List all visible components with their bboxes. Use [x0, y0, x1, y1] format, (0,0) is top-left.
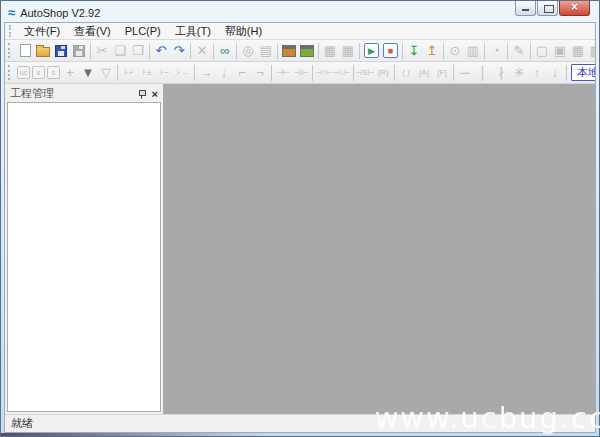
func-instruction-button: [F] — [433, 64, 451, 82]
contact-falling-button: ⊣↓⊢ — [333, 64, 351, 82]
coil-button: ( ) — [397, 64, 415, 82]
remote-monitor-button: ▥ — [464, 42, 482, 60]
window-title: AutoShop V2.92 — [20, 7, 100, 19]
stop-button[interactable]: ■ — [383, 43, 398, 58]
comm-monitor-button: ▦ — [321, 42, 339, 60]
line-down-button: ↓ — [215, 64, 233, 82]
contact-set-button: ⊣S⊢ — [356, 64, 374, 82]
toolbar-separator — [507, 43, 508, 59]
print-button: ▤ — [257, 42, 275, 60]
row-delete-button: ⊦− — [156, 64, 174, 82]
menu-view[interactable]: 查看(V) — [67, 23, 118, 39]
toolbar-separator — [318, 43, 319, 59]
ladder-view-button[interactable] — [280, 42, 298, 60]
project-panel: 工程管理 × — [5, 84, 163, 414]
down-insert-button[interactable]: ▼ — [79, 64, 97, 82]
window-controls — [514, 1, 590, 16]
project-panel-title: 工程管理 — [10, 86, 137, 101]
toolbar-separator — [90, 43, 91, 59]
download-button[interactable]: ↧ — [405, 42, 423, 60]
open-file-icon — [36, 47, 50, 57]
toolbar-grip — [8, 65, 12, 80]
title-bar: ≈ AutoShop V2.92 — [4, 1, 596, 22]
toolbar-separator — [213, 43, 214, 59]
toolbar-separator — [117, 65, 118, 81]
toolbar-separator — [271, 65, 272, 81]
toolbar-ladder: ucss+▼▽⊦+⊦±⊦−⊦↔→↓⌐¬⊣⊢⊣/⊢⊣↑⊢⊣↓⊢⊣S⊢{R}( )[… — [5, 62, 595, 84]
local-mode-button[interactable]: 本地 — [571, 64, 595, 81]
main-area: 工程管理 × — [5, 84, 595, 414]
toolbar-separator — [566, 65, 567, 81]
project-tree — [7, 102, 161, 412]
toolbar-separator — [277, 43, 278, 59]
key-hint-uc-button: uc — [17, 66, 30, 79]
hline-button: ─ — [456, 64, 474, 82]
client-area: 文件(F)查看(V)PLC(P)工具(T)帮助(H) ✂❏❒↶↷✕∞◎▤▦▦▶■… — [4, 22, 596, 433]
save-icon — [55, 45, 67, 57]
undo-button[interactable]: ↶ — [152, 42, 170, 60]
ladder-view-icon — [282, 45, 296, 57]
panel-close-icon[interactable]: × — [152, 89, 158, 99]
find-button[interactable]: ∞ — [216, 42, 234, 60]
toolbar-separator — [236, 43, 237, 59]
app-window: ≈ AutoShop V2.92 文件(F)查看(V)PLC(P)工具(T)帮助… — [0, 0, 600, 437]
workspace — [163, 84, 595, 414]
upload-button[interactable]: ↥ — [423, 42, 441, 60]
down-append-button: ▽ — [97, 64, 115, 82]
toolbar-separator — [402, 43, 403, 59]
menu-file[interactable]: 文件(F) — [17, 23, 67, 39]
app-logo-icon: ≈ — [8, 6, 15, 20]
edit-mode-button: ✎ — [510, 42, 528, 60]
toolbar-separator — [453, 65, 454, 81]
save-button[interactable] — [52, 42, 70, 60]
menu-tools[interactable]: 工具(T) — [168, 23, 218, 39]
toolbar-main: ✂❏❒↶↷✕∞◎▤▦▦▶■↧↥⊙▥◔✎▢▣▦▩▞ — [5, 40, 595, 62]
new-file-icon — [20, 44, 31, 57]
contact-nc-button: ⊣/⊢ — [292, 64, 310, 82]
zoom-button: ◎ — [239, 42, 257, 60]
vline-button: │ — [474, 64, 492, 82]
toolbar-separator — [530, 43, 531, 59]
menu-items: 文件(F)查看(V)PLC(P)工具(T)帮助(H) — [17, 23, 269, 39]
close-button[interactable] — [559, 1, 590, 16]
save-all-icon — [73, 45, 85, 57]
toolbar-grip — [8, 43, 12, 58]
new-file-button[interactable] — [16, 42, 34, 60]
toolbar-separator — [149, 43, 150, 59]
redo-button[interactable]: ↷ — [170, 42, 188, 60]
maximize-button[interactable] — [537, 1, 558, 16]
cut-button: ✂ — [93, 42, 111, 60]
line-corner-down-button: ¬ — [251, 64, 269, 82]
toolbar-separator — [359, 43, 360, 59]
row-insert-button: ⊦+ — [120, 64, 138, 82]
status-bar: 就绪 — [5, 414, 595, 432]
toolbar-separator — [394, 65, 395, 81]
run-button[interactable]: ▶ — [364, 43, 379, 58]
line-right-button: → — [197, 64, 215, 82]
project-panel-header: 工程管理 × — [7, 85, 161, 102]
line-corner-up-button: ⌐ — [233, 64, 251, 82]
minimize-button[interactable] — [515, 1, 536, 16]
key-hint-s1-button: s — [32, 66, 45, 79]
pin-icon[interactable] — [137, 89, 146, 99]
status-text: 就绪 — [11, 416, 33, 431]
instruction-view-button[interactable] — [298, 42, 316, 60]
menu-plc[interactable]: PLC(P) — [118, 23, 168, 39]
menu-bar: 文件(F)查看(V)PLC(P)工具(T)帮助(H) — [5, 23, 595, 40]
move-down-button: ↓ — [546, 64, 564, 82]
trace-monitor-button: ▣ — [551, 42, 569, 60]
move-up-button: ↑ — [528, 64, 546, 82]
delete-button: ✕ — [193, 42, 211, 60]
toolbar-separator — [353, 65, 354, 81]
comm-monitor2-button: ▦ — [339, 42, 357, 60]
row-merge-button: ⊦↔ — [174, 64, 192, 82]
instruction-view-icon — [300, 45, 314, 57]
cross-cursor-button: + — [61, 64, 79, 82]
usage-button: ◔ — [487, 42, 505, 60]
contact-rising-button: ⊣↑⊢ — [315, 64, 333, 82]
menu-help[interactable]: 帮助(H) — [218, 23, 269, 39]
open-file-button[interactable] — [34, 42, 52, 60]
toolbar-separator — [312, 65, 313, 81]
paste-button: ❒ — [129, 42, 147, 60]
toolbar-separator — [443, 43, 444, 59]
